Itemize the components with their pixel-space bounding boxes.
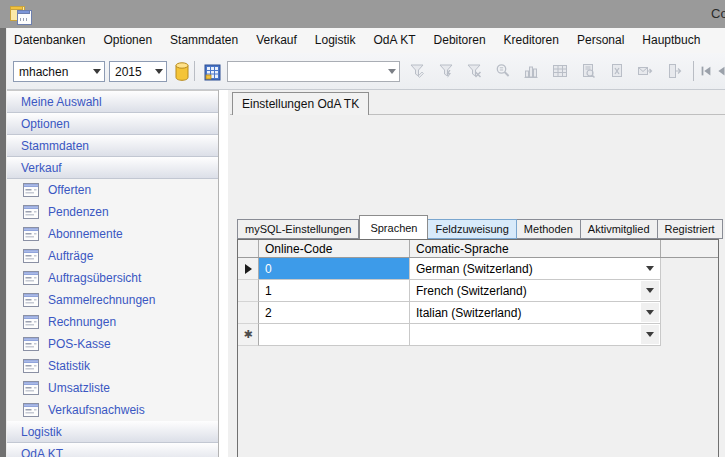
cell-comatic-sprache[interactable]: French (Switzerland) — [410, 280, 661, 302]
chevron-down-icon[interactable] — [89, 62, 104, 81]
sidebar-group-stammdaten[interactable]: Stammdaten — [7, 135, 218, 157]
sidebar-group-oda-kt[interactable]: OdA KT — [7, 443, 218, 457]
year-combobox[interactable]: 2015 — [109, 61, 167, 82]
sidebar-item-sammelrechnungen[interactable]: Sammelrechnungen — [7, 289, 218, 311]
sidebar-item-pendenzen[interactable]: Pendenzen — [7, 201, 218, 223]
sidebar-group-label: Verkauf — [21, 161, 62, 175]
chevron-down-icon — [646, 332, 654, 337]
filter-edit-icon[interactable] — [406, 61, 428, 81]
tab-registriert[interactable]: Registriert — [658, 219, 723, 239]
menu-item-stammdaten[interactable]: Stammdaten — [161, 28, 247, 53]
row-header-cell[interactable] — [238, 280, 259, 302]
menu-item-debitoren[interactable]: Debitoren — [425, 28, 495, 53]
excel-export-icon[interactable] — [606, 61, 628, 81]
menu-item-datenbanken[interactable]: Datenbanken — [5, 28, 94, 53]
column-header-online-code[interactable]: Online-Code — [259, 240, 410, 257]
sidebar-item-offerten[interactable]: Offerten — [7, 179, 218, 201]
menu-item-logistik[interactable]: Logistik — [306, 28, 365, 53]
tab-sprachen[interactable]: Sprachen — [359, 215, 428, 239]
combo-dropdown-button[interactable] — [641, 325, 659, 344]
menu-item-kreditoren[interactable]: Kreditoren — [495, 28, 568, 53]
cell-online-code[interactable]: 1 — [259, 280, 410, 302]
form-icon — [23, 403, 39, 417]
navigation-sidebar: Meine AuswahlOptionenStammdatenVerkauf O… — [7, 90, 218, 457]
sidebar-item-auftragsübersicht[interactable]: Auftragsübersicht — [7, 267, 218, 289]
table-row: 2Italian (Switzerland) — [238, 302, 718, 324]
filter-lightning-icon[interactable] — [435, 61, 457, 81]
cell-online-code[interactable]: 2 — [259, 302, 410, 324]
chevron-down-icon[interactable] — [151, 62, 166, 81]
row-filler — [661, 324, 718, 346]
combo-dropdown-button[interactable] — [641, 281, 659, 300]
cell-language-value: French (Switzerland) — [416, 284, 527, 298]
form-icon — [23, 249, 39, 263]
sidebar-item-label: Rechnungen — [48, 315, 116, 329]
menu-item-hauptbuch[interactable]: Hauptbuch — [633, 28, 709, 53]
sidebar-item-statistik[interactable]: Statistik — [7, 355, 218, 377]
form-icon — [23, 381, 39, 395]
tab-aktivmitglied[interactable]: Aktivmitglied — [581, 219, 658, 239]
splitter[interactable] — [218, 90, 228, 457]
nav-first-icon[interactable] — [699, 61, 713, 81]
print-preview-icon[interactable] — [577, 61, 599, 81]
grid-corner-cell[interactable] — [238, 240, 259, 257]
send-icon[interactable] — [634, 61, 656, 81]
sidebar-group-label: OdA KT — [21, 447, 63, 457]
menu-item-optionen[interactable]: Optionen — [94, 28, 161, 53]
tab-feldzuweisung[interactable]: Feldzuweisung — [428, 219, 516, 239]
menu-item-personal[interactable]: Personal — [568, 28, 633, 53]
settings-tabstrip: mySQL-EinstellungenSprachenFeldzuweisung… — [237, 216, 723, 239]
nav-previous-icon[interactable] — [714, 61, 725, 81]
filter-combobox[interactable] — [227, 61, 400, 82]
cell-comatic-sprache[interactable] — [410, 324, 661, 346]
tab-label: Feldzuweisung — [435, 223, 508, 235]
cell-comatic-sprache[interactable]: German (Switzerland) — [410, 258, 661, 280]
window-title: Co — [711, 6, 725, 21]
current-row-arrow-icon — [245, 264, 252, 274]
table-grid-icon[interactable] — [549, 61, 571, 81]
cell-online-code[interactable]: 0 — [259, 258, 410, 280]
sidebar-group-logistik[interactable]: Logistik — [7, 421, 218, 443]
cell-comatic-sprache[interactable]: Italian (Switzerland) — [410, 302, 661, 324]
sidebar-group-label: Meine Auswahl — [21, 95, 102, 109]
exit-icon[interactable] — [663, 61, 685, 81]
cell-online-code[interactable] — [259, 324, 410, 346]
sidebar-item-pos-kasse[interactable]: POS-Kasse — [7, 333, 218, 355]
row-header-cell[interactable] — [238, 258, 259, 280]
sidebar-group-optionen[interactable]: Optionen — [7, 113, 218, 135]
sidebar-item-label: Statistik — [48, 359, 90, 373]
row-filler — [661, 258, 718, 280]
sidebar-item-abonnemente[interactable]: Abonnemente — [7, 223, 218, 245]
sidebar-group-label: Stammdaten — [21, 139, 89, 153]
window-left-edge — [0, 28, 7, 457]
tab-label: Registriert — [665, 223, 715, 235]
combo-dropdown-button[interactable] — [641, 259, 659, 278]
title-bar: Co — [0, 0, 725, 29]
cell-language-value: German (Switzerland) — [416, 262, 533, 276]
tab-methoden[interactable]: Methoden — [517, 219, 581, 239]
menu-item-verkauf[interactable]: Verkauf — [247, 28, 306, 53]
form-icon — [23, 227, 39, 241]
sidebar-item-verkaufsnachweis[interactable]: Verkaufsnachweis — [7, 399, 218, 421]
sidebar-item-aufträge[interactable]: Aufträge — [7, 245, 218, 267]
column-header-comatic-sprache[interactable]: Comatic-Sprache — [410, 240, 661, 257]
tab-mysql-einstellungen[interactable]: mySQL-Einstellungen — [237, 219, 359, 239]
sidebar-group-verkauf[interactable]: Verkauf — [7, 157, 218, 179]
menu-item-oda-kt[interactable]: OdA KT — [365, 28, 425, 53]
sidebar-group-meine-auswahl[interactable]: Meine Auswahl — [7, 91, 218, 113]
user-combobox[interactable]: mhachen — [13, 61, 105, 82]
table-view-button[interactable] — [200, 61, 224, 83]
search-zoom-icon[interactable] — [492, 61, 514, 81]
row-header-cell[interactable] — [238, 302, 259, 324]
row-header-cell[interactable]: ✱ — [238, 324, 259, 346]
sidebar-item-umsatzliste[interactable]: Umsatzliste — [7, 377, 218, 399]
sidebar-item-rechnungen[interactable]: Rechnungen — [7, 311, 218, 333]
combo-dropdown-button[interactable] — [641, 303, 659, 322]
languages-data-grid: Online-Code Comatic-Sprache 0German (Swi… — [237, 239, 719, 457]
chart-icon[interactable] — [520, 61, 542, 81]
tab-einstellungen-oda-tk[interactable]: Einstellungen OdA TK — [232, 92, 369, 115]
filter-clear-icon[interactable] — [463, 61, 485, 81]
sidebar-group-label: Optionen — [21, 117, 70, 131]
sidebar-item-label: Pendenzen — [48, 205, 109, 219]
app-icon — [10, 4, 34, 25]
